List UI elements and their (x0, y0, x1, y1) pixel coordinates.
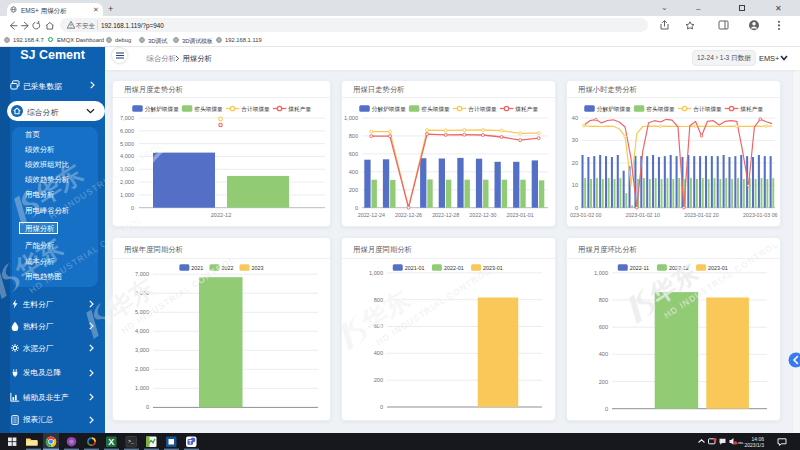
svg-text:600: 600 (599, 324, 608, 330)
svg-text:0: 0 (380, 404, 383, 410)
svg-text:0: 0 (575, 205, 578, 211)
svg-text:2021-01: 2021-01 (405, 265, 425, 271)
svg-text:200: 200 (374, 377, 383, 383)
svg-text:6,000: 6,000 (135, 290, 149, 296)
svg-text:2022-12: 2022-12 (669, 265, 689, 271)
svg-text:2023: 2023 (252, 265, 264, 271)
svg-text:2,000: 2,000 (135, 366, 149, 372)
svg-text:2023-01-03 06: 2023-01-03 06 (743, 212, 778, 218)
svg-text:3,000: 3,000 (120, 166, 134, 172)
svg-text:2022-12-24: 2022-12-24 (358, 212, 385, 218)
svg-text:3,000: 3,000 (135, 347, 149, 353)
svg-text:30: 30 (572, 137, 578, 143)
svg-text:2022-12-30: 2022-12-30 (469, 212, 496, 218)
svg-text:10: 10 (572, 182, 578, 188)
svg-text:窑头喂煤量: 窑头喂煤量 (646, 106, 675, 112)
svg-text:800: 800 (599, 297, 608, 303)
svg-text:400: 400 (349, 169, 358, 175)
svg-text:2,000: 2,000 (120, 179, 134, 185)
svg-text:0: 0 (605, 406, 608, 412)
svg-text:5,000: 5,000 (120, 141, 134, 147)
svg-text:023-01-02 00: 023-01-02 00 (570, 212, 602, 218)
svg-text:800: 800 (374, 297, 383, 303)
svg-text:2023-01: 2023-01 (483, 265, 503, 271)
svg-text:2023-01-01: 2023-01-01 (507, 212, 534, 218)
svg-text:2023-01-02 10: 2023-01-02 10 (625, 212, 660, 218)
svg-text:2021: 2021 (191, 265, 203, 271)
svg-text:20: 20 (572, 160, 578, 166)
svg-text:200: 200 (349, 187, 358, 193)
svg-text:400: 400 (374, 350, 383, 356)
svg-text:6,000: 6,000 (120, 128, 134, 134)
svg-text:合计喂煤量: 合计喂煤量 (241, 106, 270, 112)
svg-text:400: 400 (599, 351, 608, 357)
svg-text:煤耗产量: 煤耗产量 (515, 106, 538, 113)
svg-text:窑头喂煤量: 窑头喂煤量 (421, 106, 450, 112)
svg-text:1,000: 1,000 (369, 270, 383, 276)
svg-text:0: 0 (146, 404, 149, 410)
svg-text:合计喂煤量: 合计喂煤量 (693, 106, 722, 112)
svg-text:0: 0 (131, 205, 134, 211)
svg-text:200: 200 (599, 379, 608, 385)
svg-text:分解炉喂煤量: 分解炉喂煤量 (372, 106, 406, 113)
svg-text:2022-01: 2022-01 (444, 265, 464, 271)
svg-text:5,000: 5,000 (135, 309, 149, 315)
svg-text:2022-12-28: 2022-12-28 (432, 212, 459, 218)
svg-text:煤耗产量: 煤耗产量 (288, 106, 311, 113)
svg-text:>_: >_ (128, 439, 135, 445)
svg-text:4,000: 4,000 (135, 328, 149, 334)
svg-text:0: 0 (355, 205, 358, 211)
svg-text:2022-12: 2022-12 (211, 212, 232, 218)
svg-text:2023/1/3: 2023/1/3 (745, 442, 765, 448)
svg-text:合计喂煤量: 合计喂煤量 (468, 106, 497, 112)
svg-text:1,000: 1,000 (120, 192, 134, 198)
svg-text:X: X (108, 437, 114, 447)
svg-text:分解炉喂煤量: 分解炉喂煤量 (145, 106, 179, 113)
svg-text:2023-01: 2023-01 (708, 265, 728, 271)
svg-text:2022-12-26: 2022-12-26 (395, 212, 422, 218)
svg-text:7,000: 7,000 (120, 115, 134, 121)
svg-text:窑头喂煤量: 窑头喂煤量 (194, 106, 223, 112)
svg-text:2022: 2022 (221, 265, 233, 271)
svg-text:600: 600 (374, 323, 383, 329)
svg-text:600: 600 (349, 151, 358, 157)
svg-text:40: 40 (572, 115, 578, 121)
svg-text:2022-11: 2022-11 (630, 265, 649, 271)
svg-text:4,000: 4,000 (120, 153, 134, 159)
svg-text:1,000: 1,000 (135, 385, 149, 391)
svg-text:煤耗产量: 煤耗产量 (740, 106, 763, 113)
svg-text:7,000: 7,000 (135, 271, 149, 277)
svg-text:800: 800 (349, 133, 358, 139)
svg-text:分解炉喂煤量: 分解炉喂煤量 (597, 106, 631, 113)
svg-text:1,000: 1,000 (594, 270, 608, 276)
svg-text:1,000: 1,000 (344, 115, 358, 121)
svg-text:2023-01-02 20: 2023-01-02 20 (684, 212, 719, 218)
